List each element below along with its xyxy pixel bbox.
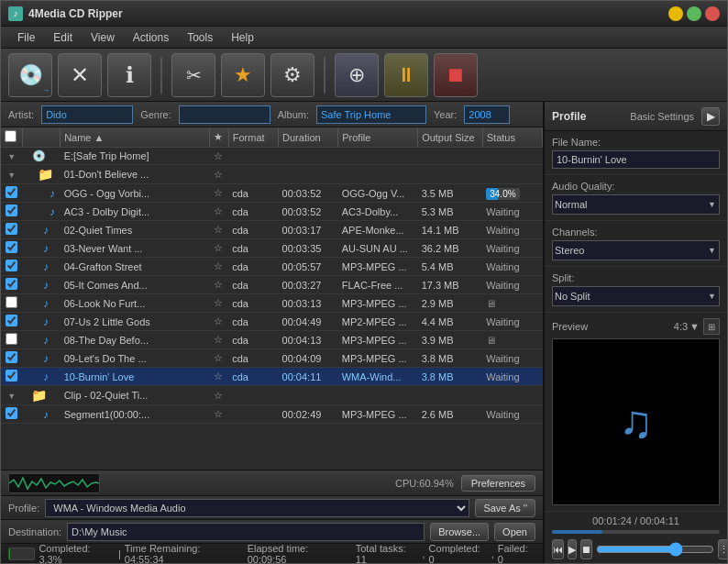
browse-button[interactable]: Browse... [430,523,489,541]
row-star[interactable]: ☆ [210,148,229,165]
select-all-checkbox[interactable] [5,130,17,142]
row-star[interactable]: ☆ [210,221,229,239]
music-icon: ♪ [50,187,55,200]
row-checkbox[interactable] [6,407,17,419]
row-checkbox[interactable] [6,223,17,235]
year-input[interactable] [464,105,510,124]
split-select[interactable]: No Split [552,286,720,306]
genre-input[interactable] [179,105,270,124]
destination-input[interactable] [67,523,425,541]
col-profile[interactable]: Profile [338,127,418,148]
row-icon-cell: 📁 [22,386,60,405]
row-star[interactable]: ☆ [210,276,229,294]
status-waiting: Waiting [486,316,519,327]
row-status: 🖥 [482,331,542,349]
row-duration [279,165,338,184]
info-button[interactable]: ℹ [107,53,151,97]
col-size[interactable]: Output Size [418,127,483,148]
play-button[interactable]: ▶ [568,539,577,559]
col-duration[interactable]: Duration [279,127,338,148]
split-label: Split: [552,272,720,283]
stop-button[interactable]: ⏹ [434,53,478,97]
row-star[interactable]: ☆ [210,386,229,405]
row-checkbox[interactable] [6,333,17,345]
row-star[interactable]: ☆ [210,203,229,221]
row-star[interactable]: ☆ [210,165,229,184]
row-star[interactable]: ☆ [210,294,229,313]
music-note-icon: ♫ [619,395,654,448]
menu-tools[interactable]: Tools [178,29,222,46]
menu-edit[interactable]: Edit [44,29,82,46]
cut-button[interactable]: ✂ [171,53,215,97]
row-star[interactable]: ☆ [210,313,229,331]
row-checkbox[interactable] [6,296,17,308]
previous-button[interactable]: ⏮ [552,539,564,559]
col-name[interactable]: Name ▲ [61,127,210,148]
preview-expand-button[interactable]: ⊞ [703,318,720,335]
row-size: 3.8 MB [418,368,483,386]
stop-playback-button[interactable]: ⏹ [580,539,592,559]
audio-quality-select[interactable]: Normal [552,194,720,215]
forward-button[interactable]: ▶ [701,107,720,126]
row-star[interactable]: ☆ [210,184,229,203]
row-size: 4.4 MB [418,313,483,331]
row-icon-cell: ♪ [22,368,60,386]
col-star[interactable]: ★ [210,127,229,148]
row-checkbox[interactable] [6,370,17,382]
col-format[interactable]: Format [228,127,278,148]
row-status: Waiting [482,258,542,276]
row-checkbox[interactable] [6,315,17,326]
row-checkbox[interactable] [6,186,17,198]
menu-file[interactable]: File [8,29,44,46]
row-name: 10-Burnin' Love [61,368,210,386]
music-icon: ♪ [43,260,49,273]
more-options-button[interactable]: ⋮ [718,539,727,559]
status-waiting: Waiting [486,206,519,217]
music-icon: ♪ [43,334,49,347]
artist-input[interactable] [41,105,133,124]
row-duration [279,148,338,165]
row-checkbox[interactable] [6,205,17,216]
row-checkbox[interactable] [6,260,17,271]
profile-select[interactable]: WMA - Windows Media Audio [45,499,469,517]
menu-actions[interactable]: Actions [124,29,178,46]
menu-view[interactable]: View [82,29,124,46]
album-input[interactable] [316,105,426,124]
close-button[interactable] [705,6,720,21]
preview-ratio[interactable]: 4:3 ▼ [674,321,700,332]
minimize-button[interactable] [668,6,683,21]
filename-input[interactable] [552,150,720,169]
row-star[interactable]: ☆ [210,331,229,349]
star-button[interactable]: ★ [221,53,265,97]
volume-slider[interactable] [596,543,714,556]
ratio-dropdown-icon: ▼ [689,321,700,332]
row-star[interactable]: ☆ [210,349,229,368]
pause-button[interactable]: ⏸ [384,53,428,97]
row-star[interactable]: ☆ [210,239,229,258]
remove-button[interactable]: ✕ [58,53,102,97]
row-expand[interactable]: ▼ [1,386,22,405]
basic-settings-label[interactable]: Basic Settings [630,111,694,122]
channels-select[interactable]: Stereo [552,240,720,260]
row-checkbox[interactable] [6,351,17,363]
row-status: Waiting [482,313,542,331]
save-as-button[interactable]: Save As '' [475,499,535,517]
cd-rip-button[interactable]: 💿 → [8,53,52,97]
row-expand[interactable]: ▼ [1,148,22,165]
open-button[interactable]: Open [494,523,535,541]
encode-button[interactable]: ⊕ [335,53,379,97]
info-bar: Artist: Genre: Album: Year: [1,102,543,127]
settings-button[interactable]: ⚙ [270,53,314,97]
row-expand[interactable]: ▼ [1,165,22,184]
row-star[interactable]: ☆ [210,258,229,276]
row-star[interactable]: ☆ [210,405,229,424]
row-duration: 00:03:52 [279,184,338,203]
progress-slider[interactable] [552,530,720,534]
row-checkbox[interactable] [6,241,17,253]
row-star[interactable]: ☆ [210,368,229,386]
col-status[interactable]: Status [482,127,542,148]
row-checkbox[interactable] [6,278,17,290]
maximize-button[interactable] [687,6,701,21]
preferences-button[interactable]: Preferences [461,475,535,492]
menu-help[interactable]: Help [222,29,263,46]
